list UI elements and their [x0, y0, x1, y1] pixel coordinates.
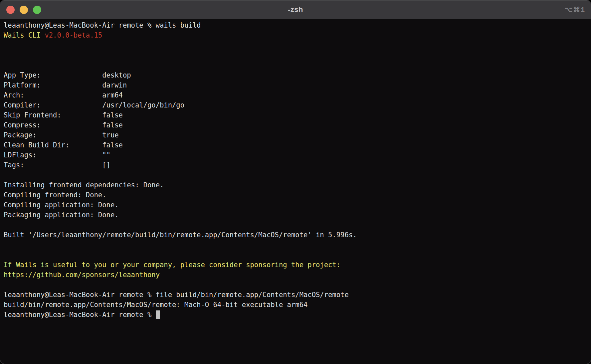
- terminal-line: Compress: false: [4, 120, 587, 130]
- terminal-line: Packaging application: Done.: [4, 210, 587, 220]
- terminal-text: Wails CLI: [4, 31, 45, 39]
- terminal-line: Built '/Users/leaanthony/remote/build/bi…: [4, 230, 587, 240]
- terminal-text: LDFlags: "": [4, 151, 110, 159]
- terminal-line: [4, 50, 587, 60]
- terminal-line: leaanthony@Leas-MacBook-Air remote %: [4, 310, 587, 320]
- terminal-text: Platform: darwin: [4, 81, 127, 89]
- terminal-line: Installing frontend dependencies: Done.: [4, 180, 587, 190]
- terminal-text: build/bin/remote.app/Contents/MacOS/remo…: [4, 301, 307, 309]
- terminal-line: [4, 280, 587, 290]
- terminal-line: App Type: desktop: [4, 70, 587, 80]
- terminal-line: Compiler: /usr/local/go/bin/go: [4, 100, 587, 110]
- terminal-text: Package: true: [4, 131, 119, 139]
- terminal-line: Skip Frontend: false: [4, 110, 587, 120]
- terminal-text: Packaging application: Done.: [4, 211, 119, 219]
- terminal-cursor: [156, 310, 160, 319]
- terminal-line: Clean Build Dir: false: [4, 140, 587, 150]
- window-controls: [0, 6, 41, 14]
- terminal-text: Compress: false: [4, 121, 123, 129]
- terminal-text: leaanthony@Leas-MacBook-Air remote % wai…: [4, 21, 201, 29]
- terminal-line: Package: true: [4, 130, 587, 140]
- terminal-text: App Type: desktop: [4, 71, 131, 79]
- terminal-line: build/bin/remote.app/Contents/MacOS/remo…: [4, 300, 587, 310]
- terminal-line: [4, 60, 587, 70]
- terminal-text: Compiler: /usr/local/go/bin/go: [4, 101, 184, 109]
- terminal-text: Installing frontend dependencies: Done.: [4, 181, 164, 189]
- terminal-line: [4, 170, 587, 180]
- minimize-button[interactable]: [20, 6, 28, 14]
- close-button[interactable]: [6, 6, 15, 14]
- terminal-line: leaanthony@Leas-MacBook-Air remote % wai…: [4, 20, 587, 30]
- sponsor-url[interactable]: https://github.com/sponsors/leaanthony: [4, 271, 160, 279]
- terminal-line: Tags: []: [4, 160, 587, 170]
- terminal-text: Arch: arm64: [4, 91, 123, 99]
- terminal-line: [4, 250, 587, 260]
- terminal-line: [4, 220, 587, 230]
- terminal-line: Wails CLI v2.0.0-beta.15: [4, 30, 587, 40]
- terminal-text: Compiling frontend: Done.: [4, 191, 106, 199]
- window-title: -zsh: [0, 5, 591, 14]
- terminal-text: Built '/Users/leaanthony/remote/build/bi…: [4, 231, 357, 239]
- terminal-text: Tags: []: [4, 161, 110, 169]
- terminal-text: Clean Build Dir: false: [4, 141, 123, 149]
- terminal-text: Skip Frontend: false: [4, 111, 123, 119]
- terminal-line: If Wails is useful to you or your compan…: [4, 260, 587, 270]
- terminal-text: v2.0.0-beta.15: [45, 31, 102, 39]
- tab-shortcut-badge: ⌥⌘1: [564, 6, 585, 14]
- terminal-line: [4, 40, 587, 50]
- terminal-line: Compiling frontend: Done.: [4, 190, 587, 200]
- terminal-window: -zsh ⌥⌘1 leaanthony@Leas-MacBook-Air rem…: [0, 0, 591, 364]
- terminal-line: Platform: darwin: [4, 80, 587, 90]
- terminal-line: leaanthony@Leas-MacBook-Air remote % fil…: [4, 290, 587, 300]
- terminal-screen[interactable]: leaanthony@Leas-MacBook-Air remote % wai…: [0, 19, 591, 321]
- terminal-text: If Wails is useful to you or your compan…: [4, 261, 340, 269]
- titlebar[interactable]: -zsh ⌥⌘1: [0, 0, 591, 19]
- terminal-line: Compiling application: Done.: [4, 200, 587, 210]
- terminal-line: Arch: arm64: [4, 90, 587, 100]
- terminal-text: Compiling application: Done.: [4, 201, 119, 209]
- terminal-line: LDFlags: "": [4, 150, 587, 160]
- terminal-line: [4, 240, 587, 250]
- terminal-line: https://github.com/sponsors/leaanthony: [4, 270, 587, 280]
- terminal-text: leaanthony@Leas-MacBook-Air remote %: [4, 311, 156, 319]
- terminal-text: leaanthony@Leas-MacBook-Air remote % fil…: [4, 291, 349, 299]
- zoom-button[interactable]: [33, 6, 41, 14]
